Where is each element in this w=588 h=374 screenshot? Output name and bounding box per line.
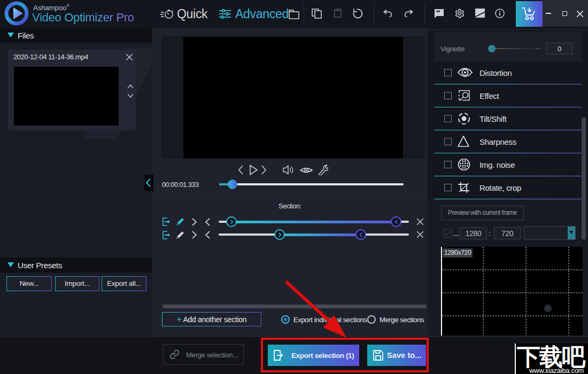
svg-text:**: ** [436,10,440,15]
